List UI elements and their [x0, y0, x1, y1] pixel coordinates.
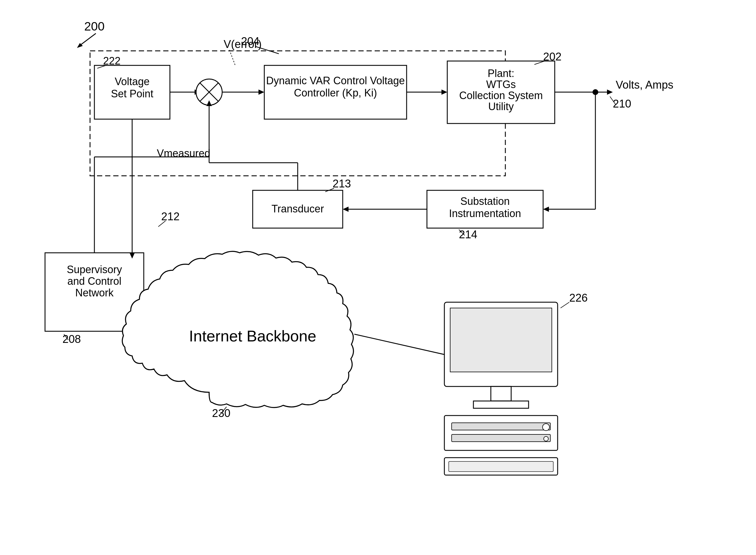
- voltage-set-point-label: Voltage: [115, 76, 150, 87]
- ref-208: 208: [62, 333, 81, 345]
- ref-212: 212: [161, 210, 180, 223]
- svg-text:Transducer: Transducer: [272, 203, 324, 215]
- svg-rect-61: [450, 308, 552, 372]
- svg-text:Set Point: Set Point: [111, 88, 153, 100]
- fig-number: 200: [84, 19, 104, 33]
- svg-rect-65: [452, 423, 550, 430]
- svg-rect-62: [491, 386, 511, 401]
- svg-point-67: [542, 424, 550, 431]
- svg-text:Utility: Utility: [488, 100, 514, 113]
- vmeasured-label: Vmeasured: [157, 147, 210, 159]
- svg-text:Substation: Substation: [460, 195, 510, 207]
- svg-rect-63: [473, 401, 529, 408]
- svg-rect-70: [449, 461, 553, 472]
- internet-backbone-label: Internet Backbone: [189, 327, 316, 345]
- ref-202: 202: [543, 50, 561, 63]
- ref-210: 210: [613, 98, 631, 110]
- svg-rect-64: [444, 416, 558, 451]
- svg-text:and Control: and Control: [67, 275, 122, 287]
- ref-213: 213: [333, 177, 351, 190]
- svg-text:Supervisory: Supervisory: [67, 263, 122, 275]
- svg-text:Network: Network: [75, 287, 114, 299]
- svg-text:Plant:: Plant:: [488, 68, 514, 79]
- svg-text:Dynamic VAR Control Voltage: Dynamic VAR Control Voltage: [266, 75, 405, 87]
- svg-rect-66: [452, 434, 550, 442]
- ref-226: 226: [569, 292, 587, 304]
- verror-label: V(error): [224, 38, 262, 50]
- ref-222: 222: [103, 55, 121, 67]
- svg-text:WTGs: WTGs: [486, 79, 516, 90]
- volts-amps-label: Volts, Amps: [616, 79, 673, 91]
- svg-text:Collection System: Collection System: [459, 89, 543, 101]
- ref-214: 214: [459, 228, 477, 241]
- svg-text:Instrumentation: Instrumentation: [449, 208, 521, 219]
- svg-point-68: [544, 436, 548, 441]
- svg-text:Controller (Kp, Ki): Controller (Kp, Ki): [294, 87, 377, 99]
